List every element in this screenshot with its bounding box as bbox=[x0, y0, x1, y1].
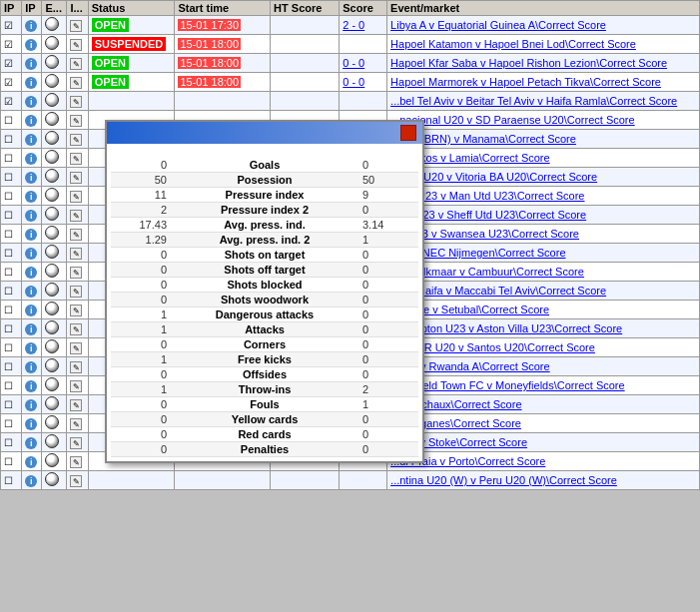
edit-icon-col[interactable]: ✎ bbox=[67, 414, 88, 433]
edit-icon[interactable]: ✎ bbox=[70, 437, 82, 449]
ip-checkbox[interactable]: ☐ bbox=[1, 319, 22, 338]
edit-icon-col[interactable]: ✎ bbox=[67, 357, 88, 376]
info-circle[interactable]: i bbox=[25, 305, 37, 316]
info-icon[interactable]: i bbox=[22, 433, 42, 452]
event-market[interactable]: ...ico PR U20 v Santos U20\Correct Score bbox=[387, 338, 700, 357]
info-icon[interactable]: i bbox=[22, 301, 42, 319]
event-market[interactable]: ...bel Tel Aviv v Beitar Tel Aviv v Haif… bbox=[387, 92, 700, 111]
info-circle[interactable]: i bbox=[25, 210, 37, 222]
info-circle[interactable]: i bbox=[25, 380, 37, 392]
ip-checkbox[interactable]: ☐ bbox=[1, 376, 22, 395]
event-market[interactable]: Hapoel Katamon v Hapoel Bnei Lod\Correct… bbox=[387, 35, 700, 54]
event-market[interactable]: ...ss v NEC Nijmegen\Correct Score bbox=[387, 244, 700, 263]
info-icon[interactable]: i bbox=[22, 338, 42, 357]
info-icon[interactable]: i bbox=[22, 452, 42, 471]
ip-checkbox[interactable]: ☐ bbox=[1, 263, 22, 282]
ip-checkbox[interactable]: ☐ bbox=[1, 414, 22, 433]
info-circle[interactable]: i bbox=[25, 20, 37, 32]
info-icon[interactable]: i bbox=[22, 149, 42, 168]
info-icon[interactable]: i bbox=[22, 111, 42, 130]
edit-icon-col[interactable]: ✎ bbox=[67, 433, 88, 452]
event-market[interactable]: Hapoel Marmorek v Hapoel Petach Tikva\Co… bbox=[387, 73, 700, 92]
event-market[interactable]: ...irense v Setubal\Correct Score bbox=[387, 301, 700, 319]
edit-icon[interactable]: ✎ bbox=[70, 342, 82, 354]
event-market[interactable]: ...ia A v Rwanda A\Correct Score bbox=[387, 357, 700, 376]
edit-icon-col[interactable]: ✎ bbox=[67, 452, 88, 471]
edit-icon[interactable]: ✎ bbox=[70, 39, 82, 51]
info-icon[interactable]: i bbox=[22, 376, 42, 395]
info-circle[interactable]: i bbox=[25, 323, 37, 335]
info-icon[interactable]: i bbox=[22, 54, 42, 73]
edit-icon[interactable]: ✎ bbox=[70, 456, 82, 468]
event-market[interactable]: ...ntina U20 (W) v Peru U20 (W)\Correct … bbox=[387, 471, 700, 490]
edit-icon-col[interactable]: ✎ bbox=[67, 319, 88, 338]
info-circle[interactable]: i bbox=[25, 456, 37, 468]
ip-checkbox[interactable]: ☐ bbox=[1, 111, 22, 130]
ip-checkbox[interactable]: ☐ bbox=[1, 338, 22, 357]
info-icon[interactable]: i bbox=[22, 357, 42, 376]
info-circle[interactable]: i bbox=[25, 267, 37, 279]
edit-icon[interactable]: ✎ bbox=[70, 267, 82, 279]
info-circle[interactable]: i bbox=[25, 399, 37, 411]
ip-checkbox[interactable]: ☑ bbox=[1, 54, 22, 73]
info-icon[interactable]: i bbox=[22, 244, 42, 263]
edit-icon[interactable]: ✎ bbox=[70, 115, 82, 127]
info-circle[interactable]: i bbox=[25, 286, 37, 298]
event-market[interactable]: ...irina U20 v Vitoria BA U20\Correct Sc… bbox=[387, 168, 700, 187]
edit-icon[interactable]: ✎ bbox=[70, 475, 82, 487]
ip-checkbox[interactable]: ☐ bbox=[1, 282, 22, 301]
edit-icon-col[interactable]: ✎ bbox=[67, 130, 88, 149]
event-market[interactable]: ...hampton U23 v Aston Villa U23\Correct… bbox=[387, 319, 700, 338]
edit-icon-col[interactable]: ✎ bbox=[67, 338, 88, 357]
edit-icon-col[interactable]: ✎ bbox=[67, 376, 88, 395]
ip-checkbox[interactable]: ☑ bbox=[1, 92, 22, 111]
edit-icon[interactable]: ✎ bbox=[70, 77, 82, 89]
info-circle[interactable]: i bbox=[25, 115, 37, 127]
event-market[interactable]: ...v Leganes\Correct Score bbox=[387, 414, 700, 433]
edit-icon-col[interactable]: ✎ bbox=[67, 168, 88, 187]
info-circle[interactable]: i bbox=[25, 153, 37, 165]
event-market[interactable]: Hapoel Kfar Saba v Hapoel Rishon Lezion\… bbox=[387, 54, 700, 73]
edit-icon-col[interactable]: ✎ bbox=[67, 225, 88, 244]
info-circle[interactable]: i bbox=[25, 191, 37, 203]
info-icon[interactable]: i bbox=[22, 225, 42, 244]
info-icon[interactable]: i bbox=[22, 263, 42, 282]
edit-icon-col[interactable]: ✎ bbox=[67, 187, 88, 206]
info-circle[interactable]: i bbox=[25, 58, 37, 70]
ip-checkbox[interactable]: ☐ bbox=[1, 149, 22, 168]
edit-icon[interactable]: ✎ bbox=[70, 229, 82, 241]
info-icon[interactable]: i bbox=[22, 92, 42, 111]
edit-icon[interactable]: ✎ bbox=[70, 20, 82, 32]
event-market[interactable]: ...AZ Alkmaar v Cambuur\Correct Score bbox=[387, 263, 700, 282]
edit-icon-col[interactable]: ✎ bbox=[67, 149, 88, 168]
edit-icon[interactable]: ✎ bbox=[70, 134, 82, 146]
edit-icon[interactable]: ✎ bbox=[70, 58, 82, 70]
edit-icon[interactable]: ✎ bbox=[70, 399, 82, 411]
info-circle[interactable]: i bbox=[25, 39, 37, 51]
edit-icon-col[interactable]: ✎ bbox=[67, 263, 88, 282]
info-icon[interactable]: i bbox=[22, 168, 42, 187]
edit-icon-col[interactable]: ✎ bbox=[67, 35, 88, 54]
popup-close-button[interactable] bbox=[400, 125, 416, 141]
info-icon[interactable]: i bbox=[22, 187, 42, 206]
info-circle[interactable]: i bbox=[25, 437, 37, 449]
ip-checkbox[interactable]: ☐ bbox=[1, 471, 22, 490]
event-market[interactable]: ...nal U23 v Man Utd U23\Correct Score bbox=[387, 187, 700, 206]
ip-checkbox[interactable]: ☐ bbox=[1, 130, 22, 149]
info-icon[interactable]: i bbox=[22, 319, 42, 338]
info-icon[interactable]: i bbox=[22, 73, 42, 92]
edit-icon[interactable]: ✎ bbox=[70, 191, 82, 203]
info-icon[interactable]: i bbox=[22, 16, 42, 35]
edit-icon-col[interactable]: ✎ bbox=[67, 471, 88, 490]
edit-icon[interactable]: ✎ bbox=[70, 305, 82, 316]
info-icon[interactable]: i bbox=[22, 206, 42, 225]
edit-icon[interactable]: ✎ bbox=[70, 286, 82, 298]
info-circle[interactable]: i bbox=[25, 361, 37, 373]
info-circle[interactable]: i bbox=[25, 77, 37, 89]
info-circle[interactable]: i bbox=[25, 475, 37, 487]
event-market[interactable]: ...y U23 v Swansea U23\Correct Score bbox=[387, 225, 700, 244]
edit-icon-col[interactable]: ✎ bbox=[67, 395, 88, 414]
info-icon[interactable]: i bbox=[22, 282, 42, 301]
event-market[interactable]: ...Utd v Stoke\Correct Score bbox=[387, 433, 700, 452]
event-market[interactable]: ...dl Praia v Porto\Correct Score bbox=[387, 452, 700, 471]
